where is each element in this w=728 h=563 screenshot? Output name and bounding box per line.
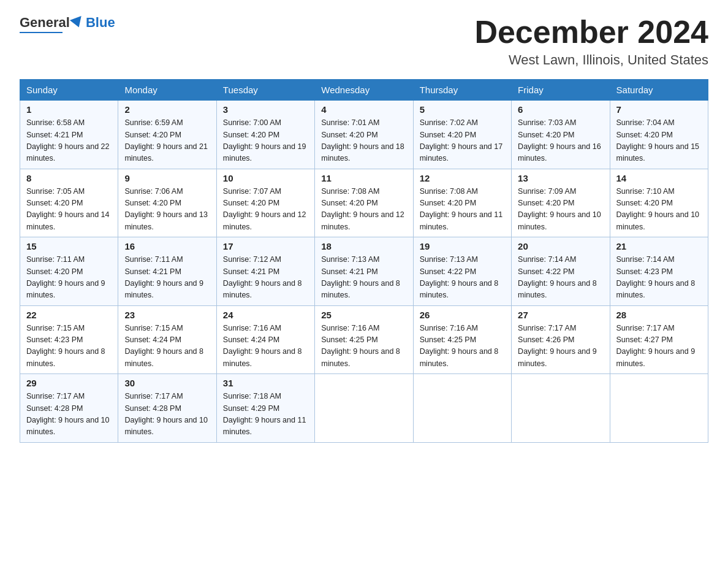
day-number: 17 [223, 241, 308, 251]
day-number: 29 [26, 378, 112, 388]
day-number: 27 [518, 310, 603, 320]
location-subtitle: West Lawn, Illinois, United States [474, 52, 708, 68]
day-info: Sunrise: 7:17 AM Sunset: 4:27 PM Dayligh… [616, 323, 702, 370]
day-info: Sunrise: 7:02 AM Sunset: 4:20 PM Dayligh… [420, 117, 505, 165]
calendar-week-row: 8Sunrise: 7:05 AM Sunset: 4:20 PM Daylig… [20, 169, 708, 237]
calendar-day-cell: 25Sunrise: 7:16 AM Sunset: 4:25 PM Dayli… [315, 305, 413, 374]
calendar-day-cell: 5Sunrise: 7:02 AM Sunset: 4:20 PM Daylig… [413, 101, 511, 169]
calendar-day-cell: 10Sunrise: 7:07 AM Sunset: 4:20 PM Dayli… [216, 169, 314, 237]
calendar-day-cell: 23Sunrise: 7:15 AM Sunset: 4:24 PM Dayli… [118, 305, 216, 374]
col-thursday: Thursday [413, 80, 511, 101]
calendar-day-cell: 28Sunrise: 7:17 AM Sunset: 4:27 PM Dayli… [610, 305, 708, 374]
logo: General Blue [20, 15, 115, 33]
day-number: 26 [420, 310, 505, 320]
calendar-week-row: 22Sunrise: 7:15 AM Sunset: 4:23 PM Dayli… [20, 305, 708, 374]
day-info: Sunrise: 7:11 AM Sunset: 4:21 PM Dayligh… [124, 254, 210, 302]
calendar-day-cell: 22Sunrise: 7:15 AM Sunset: 4:23 PM Dayli… [20, 305, 118, 374]
day-number: 13 [518, 173, 603, 183]
day-number: 6 [518, 104, 603, 115]
logo-blue-text: Blue [70, 15, 115, 31]
day-number: 30 [124, 378, 210, 388]
calendar-day-cell: 17Sunrise: 7:12 AM Sunset: 4:21 PM Dayli… [216, 237, 314, 306]
day-info: Sunrise: 7:08 AM Sunset: 4:20 PM Dayligh… [420, 186, 505, 234]
day-number: 12 [420, 173, 505, 183]
calendar-day-cell: 19Sunrise: 7:13 AM Sunset: 4:22 PM Dayli… [413, 237, 511, 306]
calendar-day-cell: 18Sunrise: 7:13 AM Sunset: 4:21 PM Dayli… [315, 237, 413, 306]
logo-underline [20, 32, 63, 33]
calendar-day-cell: 30Sunrise: 7:17 AM Sunset: 4:28 PM Dayli… [118, 374, 216, 443]
calendar-day-cell [610, 374, 708, 443]
day-number: 10 [223, 173, 308, 183]
day-info: Sunrise: 7:05 AM Sunset: 4:20 PM Dayligh… [26, 186, 112, 234]
calendar-day-cell: 13Sunrise: 7:09 AM Sunset: 4:20 PM Dayli… [512, 169, 610, 237]
day-number: 8 [26, 173, 112, 183]
day-number: 25 [321, 310, 406, 320]
calendar-day-cell: 27Sunrise: 7:17 AM Sunset: 4:26 PM Dayli… [512, 305, 610, 374]
day-info: Sunrise: 7:10 AM Sunset: 4:20 PM Dayligh… [616, 186, 702, 234]
page-header: General Blue December 2024 West Lawn, Il… [20, 15, 708, 68]
day-info: Sunrise: 7:11 AM Sunset: 4:20 PM Dayligh… [26, 254, 112, 302]
day-number: 7 [616, 104, 702, 115]
calendar-day-cell [413, 374, 511, 443]
calendar-day-cell: 6Sunrise: 7:03 AM Sunset: 4:20 PM Daylig… [512, 101, 610, 169]
day-number: 3 [223, 104, 308, 115]
col-saturday: Saturday [610, 80, 708, 101]
calendar-day-cell: 15Sunrise: 7:11 AM Sunset: 4:20 PM Dayli… [20, 237, 118, 306]
calendar-day-cell: 4Sunrise: 7:01 AM Sunset: 4:20 PM Daylig… [315, 101, 413, 169]
day-info: Sunrise: 7:09 AM Sunset: 4:20 PM Dayligh… [518, 186, 603, 234]
day-number: 16 [124, 241, 210, 251]
day-number: 21 [616, 241, 702, 251]
calendar-table: Sunday Monday Tuesday Wednesday Thursday… [20, 79, 708, 443]
day-number: 9 [124, 173, 210, 183]
day-info: Sunrise: 7:16 AM Sunset: 4:25 PM Dayligh… [420, 323, 505, 370]
day-info: Sunrise: 6:58 AM Sunset: 4:21 PM Dayligh… [26, 117, 112, 165]
calendar-day-cell: 29Sunrise: 7:17 AM Sunset: 4:28 PM Dayli… [20, 374, 118, 443]
day-info: Sunrise: 7:17 AM Sunset: 4:26 PM Dayligh… [518, 323, 603, 370]
calendar-day-cell: 2Sunrise: 6:59 AM Sunset: 4:20 PM Daylig… [118, 101, 216, 169]
calendar-day-cell: 14Sunrise: 7:10 AM Sunset: 4:20 PM Dayli… [610, 169, 708, 237]
day-info: Sunrise: 7:18 AM Sunset: 4:29 PM Dayligh… [223, 391, 308, 439]
calendar-day-cell [512, 374, 610, 443]
day-info: Sunrise: 7:15 AM Sunset: 4:24 PM Dayligh… [124, 323, 210, 370]
calendar-day-cell: 12Sunrise: 7:08 AM Sunset: 4:20 PM Dayli… [413, 169, 511, 237]
day-info: Sunrise: 7:13 AM Sunset: 4:22 PM Dayligh… [420, 254, 505, 302]
day-number: 14 [616, 173, 702, 183]
day-number: 31 [223, 378, 308, 388]
day-info: Sunrise: 7:15 AM Sunset: 4:23 PM Dayligh… [26, 323, 112, 370]
day-info: Sunrise: 7:04 AM Sunset: 4:20 PM Dayligh… [616, 117, 702, 165]
day-number: 19 [420, 241, 505, 251]
day-number: 1 [26, 104, 112, 115]
calendar-day-cell: 8Sunrise: 7:05 AM Sunset: 4:20 PM Daylig… [20, 169, 118, 237]
col-friday: Friday [512, 80, 610, 101]
calendar-week-row: 29Sunrise: 7:17 AM Sunset: 4:28 PM Dayli… [20, 374, 708, 443]
calendar-week-row: 15Sunrise: 7:11 AM Sunset: 4:20 PM Dayli… [20, 237, 708, 306]
day-info: Sunrise: 7:03 AM Sunset: 4:20 PM Dayligh… [518, 117, 603, 165]
day-number: 11 [321, 173, 406, 183]
day-info: Sunrise: 7:08 AM Sunset: 4:20 PM Dayligh… [321, 186, 406, 234]
day-number: 2 [124, 104, 210, 115]
col-wednesday: Wednesday [315, 80, 413, 101]
calendar-body: 1Sunrise: 6:58 AM Sunset: 4:21 PM Daylig… [20, 101, 708, 443]
col-monday: Monday [118, 80, 216, 101]
day-info: Sunrise: 7:17 AM Sunset: 4:28 PM Dayligh… [124, 391, 210, 439]
calendar-day-cell: 31Sunrise: 7:18 AM Sunset: 4:29 PM Dayli… [216, 374, 314, 443]
day-number: 5 [420, 104, 505, 115]
calendar-day-cell: 16Sunrise: 7:11 AM Sunset: 4:21 PM Dayli… [118, 237, 216, 306]
day-info: Sunrise: 7:14 AM Sunset: 4:23 PM Dayligh… [616, 254, 702, 302]
day-info: Sunrise: 7:12 AM Sunset: 4:21 PM Dayligh… [223, 254, 308, 302]
day-info: Sunrise: 6:59 AM Sunset: 4:20 PM Dayligh… [124, 117, 210, 165]
calendar-day-cell [315, 374, 413, 443]
logo-triangle-icon [70, 16, 85, 29]
day-number: 20 [518, 241, 603, 251]
day-number: 24 [223, 310, 308, 320]
calendar-day-cell: 21Sunrise: 7:14 AM Sunset: 4:23 PM Dayli… [610, 237, 708, 306]
day-info: Sunrise: 7:06 AM Sunset: 4:20 PM Dayligh… [124, 186, 210, 234]
header-row: Sunday Monday Tuesday Wednesday Thursday… [20, 80, 708, 101]
col-sunday: Sunday [20, 80, 118, 101]
calendar-day-cell: 7Sunrise: 7:04 AM Sunset: 4:20 PM Daylig… [610, 101, 708, 169]
col-tuesday: Tuesday [216, 80, 314, 101]
day-info: Sunrise: 7:00 AM Sunset: 4:20 PM Dayligh… [223, 117, 308, 165]
calendar-day-cell: 26Sunrise: 7:16 AM Sunset: 4:25 PM Dayli… [413, 305, 511, 374]
day-info: Sunrise: 7:14 AM Sunset: 4:22 PM Dayligh… [518, 254, 603, 302]
day-number: 23 [124, 310, 210, 320]
